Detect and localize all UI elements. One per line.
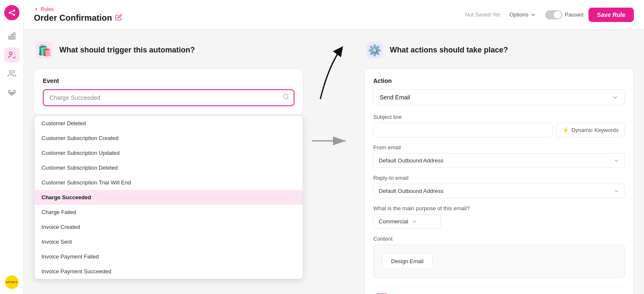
avatar[interactable]: ARTSECS: [5, 275, 19, 289]
action-arrow-container: [303, 40, 354, 284]
dropdown-item[interactable]: Customer Subscription Deleted: [35, 160, 303, 175]
avatar-text: ARTSECS: [6, 281, 17, 283]
sidebar: ARTSECS: [0, 0, 24, 294]
purpose-section: What is the main purpose of this email? …: [373, 205, 625, 229]
main-area: Rules Order Confirmation Not Saved Yet O…: [24, 0, 644, 294]
trigger-header: 🛍️ What should trigger this automation?: [34, 40, 303, 60]
dropdown-item[interactable]: Invoice Payment Succeeded: [35, 264, 303, 279]
sidebar-item-analytics[interactable]: [4, 29, 19, 44]
event-card: Event Customer DeletedCustomer Subscript…: [34, 69, 303, 115]
content-area: 🛍️ What should trigger this automation? …: [24, 30, 644, 294]
from-email-value: Default Outbound Address: [379, 157, 444, 164]
lightning-icon: ⚡: [562, 127, 569, 133]
svg-text:⚙️: ⚙️: [368, 44, 382, 57]
toggle-label: Paused: [565, 11, 583, 18]
action-icon: ⚙️: [364, 40, 385, 60]
sidebar-bottom: ARTSECS: [5, 275, 19, 289]
trigger-icon: 🛍️: [34, 40, 54, 60]
save-rule-button[interactable]: Save Rule: [588, 8, 634, 22]
sidebar-item-automations[interactable]: [4, 47, 19, 63]
reply-to-value: Default Outbound Address: [379, 188, 444, 194]
svg-rect-10: [8, 91, 10, 93]
action-header: ⚙️ What actions should take place?: [364, 40, 634, 60]
resend-section: Resend this email each time this automat…: [373, 286, 625, 294]
search-icon: [283, 93, 289, 102]
not-saved-status: Not Saved Yet: [465, 11, 500, 18]
svg-line-4: [11, 13, 13, 14]
event-search-input[interactable]: [44, 90, 294, 105]
dynamic-keywords-label: Dynamic Keywords: [572, 127, 619, 133]
svg-point-2: [13, 14, 15, 16]
reply-to-section: Reply-to email Default Outbound Address: [373, 175, 625, 198]
from-email-label: From email: [373, 144, 625, 151]
subject-line-label: Subject line: [373, 114, 625, 120]
action-card: Action Send Email Subject line ⚡ Dynamic…: [364, 69, 634, 294]
trigger-title: What should trigger this automation?: [59, 46, 195, 55]
sidebar-item-contacts[interactable]: [4, 66, 19, 81]
dynamic-keywords-button[interactable]: ⚡ Dynamic Keywords: [556, 123, 625, 137]
svg-line-3: [11, 11, 13, 12]
header: Rules Order Confirmation Not Saved Yet O…: [24, 0, 644, 30]
subject-line-section: Subject line ⚡ Dynamic Keywords: [373, 114, 625, 137]
design-email-button[interactable]: Design Email: [382, 253, 433, 269]
purpose-value: Commercial: [379, 218, 408, 225]
paused-toggle-container: Paused: [545, 10, 583, 19]
dropdown-item[interactable]: Invoice Created: [35, 220, 303, 234]
dropdown-item[interactable]: Customer Deleted: [35, 116, 303, 131]
action-label: Action: [373, 77, 625, 84]
from-email-section: From email Default Outbound Address: [373, 144, 625, 168]
svg-text:🛍️: 🛍️: [38, 44, 52, 57]
left-panel: 🛍️ What should trigger this automation? …: [34, 40, 303, 284]
from-email-select[interactable]: Default Outbound Address: [373, 153, 625, 168]
event-label: Event: [43, 77, 294, 84]
svg-rect-6: [11, 34, 12, 39]
content-section: Content Design Email: [373, 236, 625, 278]
svg-point-0: [8, 12, 11, 14]
options-button[interactable]: Options: [505, 9, 540, 20]
edit-icon[interactable]: [115, 13, 122, 23]
dropdown-item[interactable]: Invoice Payment Failed: [35, 249, 303, 264]
action-select[interactable]: Send Email: [373, 89, 625, 105]
svg-point-1: [13, 10, 15, 12]
right-panel: ⚙️ What actions should take place? Actio…: [364, 40, 634, 284]
header-left: Rules Order Confirmation: [34, 6, 122, 23]
sidebar-item-integrations[interactable]: [4, 85, 19, 100]
dropdown-item[interactable]: Customer Subscription Trial Will End: [35, 175, 303, 190]
content-label: Content: [373, 236, 625, 242]
dropdown-item[interactable]: Invoice Sent: [35, 234, 303, 249]
page-title: Order Confirmation: [34, 13, 112, 23]
dropdown-item[interactable]: Charge Succeeded: [35, 190, 303, 205]
subject-line-row: ⚡ Dynamic Keywords: [373, 123, 625, 137]
purpose-label: What is the main purpose of this email?: [373, 205, 625, 212]
logo[interactable]: [4, 5, 19, 20]
dropdown-item[interactable]: Charge Failed: [35, 205, 303, 220]
svg-rect-5: [8, 36, 10, 39]
svg-line-16: [287, 98, 289, 99]
dropdown-item[interactable]: Customer Subscription Updated: [35, 146, 303, 160]
paused-toggle[interactable]: [545, 10, 562, 19]
svg-rect-12: [11, 93, 13, 95]
page-title-row: Order Confirmation: [34, 13, 122, 23]
svg-point-15: [283, 94, 288, 99]
action-select-value: Send Email: [380, 94, 410, 101]
svg-point-8: [9, 52, 12, 55]
svg-rect-11: [13, 91, 15, 93]
dropdown-item[interactable]: Customer Subscription Created: [35, 131, 303, 146]
event-dropdown: Customer DeletedCustomer Subscription Cr…: [34, 115, 303, 279]
search-input-wrapper: [43, 89, 294, 106]
reply-to-select[interactable]: Default Outbound Address: [373, 184, 625, 198]
purpose-select[interactable]: Commercial: [373, 214, 441, 229]
breadcrumb-text: Rules: [41, 6, 54, 12]
subject-line-input[interactable]: [373, 123, 552, 137]
action-title: What actions should take place?: [390, 46, 508, 55]
svg-point-9: [9, 71, 12, 74]
breadcrumb[interactable]: Rules: [34, 6, 122, 12]
header-right: Not Saved Yet Options Paused Save Rule: [465, 8, 634, 22]
reply-to-label: Reply-to email: [373, 175, 625, 181]
svg-rect-7: [14, 33, 15, 39]
